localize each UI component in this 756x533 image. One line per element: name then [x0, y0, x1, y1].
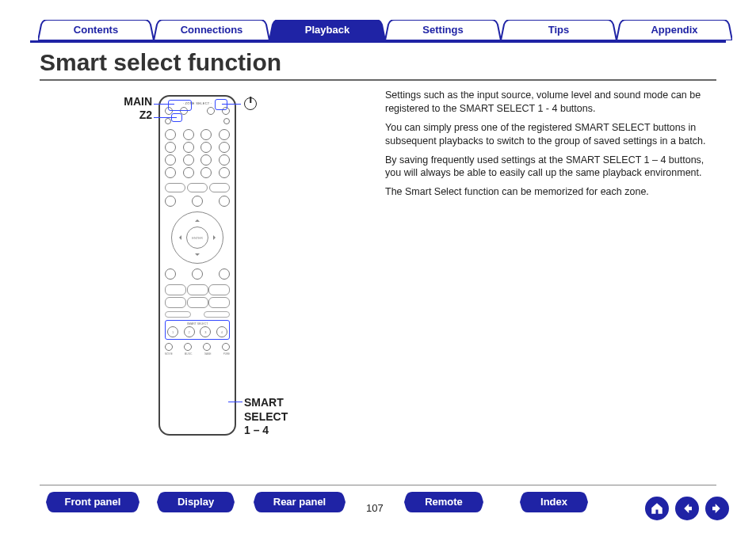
remote-btn: [165, 129, 176, 140]
nav-label: Rear panel: [273, 496, 326, 508]
remote-btn: [219, 129, 230, 140]
remote-smart-2: 2: [184, 326, 195, 337]
page-number: 107: [366, 502, 384, 514]
remote-btn: [223, 118, 230, 124]
power-icon: [244, 97, 257, 110]
remote-smart-4: 4: [216, 326, 227, 337]
next-button[interactable]: [705, 497, 729, 520]
remote-btn: [187, 183, 208, 192]
remote-btn: [165, 142, 176, 153]
leader-line: [222, 104, 241, 105]
tab-label: Settings: [422, 24, 463, 36]
tab-label: Contents: [74, 24, 118, 36]
callout-z2: Z2: [105, 109, 152, 121]
remote-btn: [183, 142, 194, 153]
top-tabs: Contents Connections Playback Settings T…: [0, 14, 756, 43]
tab-tips[interactable]: Tips: [501, 20, 617, 40]
remote-btn: [200, 167, 212, 178]
nav-label: Remote: [425, 496, 463, 508]
nav-label: Display: [178, 496, 214, 508]
remote-btn: [200, 142, 212, 153]
leader-line: [228, 402, 242, 402]
remote-btn: [165, 284, 186, 295]
remote-btn: [219, 154, 230, 166]
highlight-main-z2: [168, 100, 192, 111]
nav-remote[interactable]: Remote: [404, 492, 483, 512]
remote-smart-3: 3: [200, 326, 211, 337]
remote-smart-1: 1: [167, 326, 178, 337]
remote-btn: [183, 129, 194, 140]
nav-front-panel[interactable]: Front panel: [46, 492, 139, 512]
prev-button[interactable]: [675, 497, 699, 520]
nav-display[interactable]: Display: [157, 492, 235, 512]
paragraph: Settings such as the input source, volum…: [385, 89, 718, 116]
paragraph: The Smart Select function can be memoriz…: [385, 185, 718, 199]
arrow-right-icon: [710, 501, 724, 516]
remote-btn: [183, 167, 194, 178]
nav-rear-panel[interactable]: Rear panel: [254, 492, 346, 512]
remote-btn: [219, 196, 230, 207]
remote-btn: [165, 118, 171, 124]
paragraph: By saving frequently used settings at th…: [385, 154, 718, 181]
home-button[interactable]: [645, 497, 669, 520]
highlight-power: [215, 99, 227, 110]
tabs-underline: [30, 40, 726, 43]
tab-connections[interactable]: Connections: [154, 20, 269, 40]
remote-dpad: ENTER: [171, 211, 223, 264]
remote-btn: [165, 297, 186, 308]
remote-btn: [184, 343, 192, 351]
remote-btn: [208, 284, 230, 295]
remote-btn: [187, 297, 208, 308]
remote-btn: [219, 142, 230, 153]
remote-btn: [192, 268, 203, 280]
paragraph: You can simply press one of the register…: [385, 121, 718, 148]
remote-btn: [209, 183, 230, 192]
remote-enter: ENTER: [186, 227, 208, 249]
remote-btn: [207, 107, 215, 115]
callout-power: [244, 97, 257, 112]
remote-btn: [165, 154, 176, 166]
page-title: Smart select function: [40, 49, 281, 76]
remote-body: · ZONE SELECT ·: [158, 95, 236, 436]
tab-contents[interactable]: Contents: [38, 20, 154, 40]
remote-btn: [208, 297, 230, 308]
remote-btn: [192, 196, 203, 207]
remote-btn: [165, 183, 185, 192]
remote-btn: [187, 284, 208, 295]
tab-label: Connections: [181, 24, 243, 36]
remote-btn: [203, 343, 211, 351]
nav-label: Front panel: [65, 496, 121, 508]
remote-diagram: MAIN Z2 SMART SELECT 1 – 4 · ZONE SELECT…: [158, 95, 236, 436]
nav-label: Index: [540, 496, 567, 508]
arrow-left-icon: [680, 501, 694, 516]
remote-btn: [165, 311, 191, 318]
remote-btn: [200, 154, 212, 166]
tab-label: Playback: [305, 24, 349, 36]
remote-btn: [204, 311, 230, 318]
remote-btn: [219, 167, 230, 178]
title-rule: [40, 79, 716, 81]
callout-main: MAIN: [105, 95, 152, 108]
leader-line: [154, 117, 177, 118]
tab-label: Tips: [548, 24, 570, 36]
tab-appendix[interactable]: Appendix: [617, 20, 732, 40]
body-text: Settings such as the input source, volum…: [385, 89, 718, 204]
nav-index[interactable]: Index: [520, 492, 588, 512]
tab-settings[interactable]: Settings: [385, 20, 501, 40]
callout-smart: SMART SELECT 1 – 4: [244, 396, 288, 438]
remote-btn: [219, 268, 230, 280]
remote-btn: [165, 343, 173, 351]
tab-playback[interactable]: Playback: [269, 20, 385, 40]
remote-btn: [165, 268, 176, 280]
highlight-smart-select: SMART SELECT 1 2 3 4: [165, 320, 230, 340]
remote-btn: [222, 343, 230, 351]
remote-btn: [165, 167, 176, 178]
tab-label: Appendix: [651, 24, 697, 36]
remote-btn: [165, 196, 176, 207]
remote-btn: [200, 129, 212, 140]
remote-btn: [183, 154, 194, 166]
leader-line: [154, 104, 174, 105]
home-icon: [650, 501, 664, 516]
bottom-rule: [40, 485, 716, 485]
